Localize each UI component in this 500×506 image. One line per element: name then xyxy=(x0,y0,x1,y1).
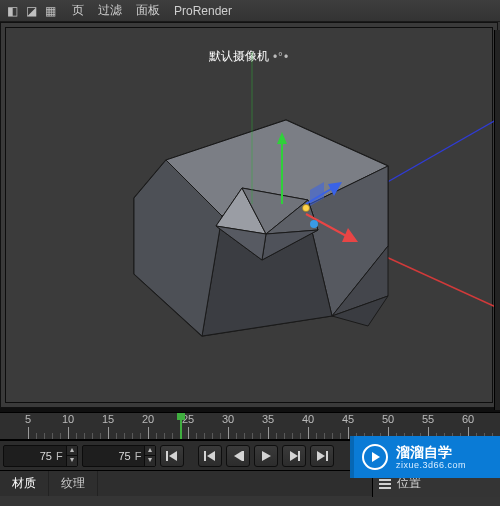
tab-texture[interactable]: 纹理 xyxy=(49,471,98,496)
frame-end-unit: F xyxy=(135,450,145,462)
prev-key-button[interactable] xyxy=(198,445,222,467)
render-settings-icon[interactable]: ▦ xyxy=(42,3,58,19)
timeline: 51015202530354045505560 F ▴▾ F ▴▾ xyxy=(0,408,500,470)
viewport-3d[interactable]: 默认摄像机 •°• xyxy=(0,22,498,408)
svg-rect-33 xyxy=(326,451,328,461)
ruler-label: 10 xyxy=(62,413,74,425)
render-region-icon[interactable]: ◪ xyxy=(23,3,39,19)
viewport-scene xyxy=(6,28,500,406)
svg-rect-25 xyxy=(204,451,206,461)
menu-prorender[interactable]: ProRender xyxy=(168,2,238,20)
frame-start-input[interactable] xyxy=(4,450,56,462)
watermark-play-icon xyxy=(362,444,388,470)
svg-marker-26 xyxy=(207,451,215,461)
transport-bar: F ▴▾ F ▴▾ 溜溜自学 xyxy=(0,440,500,470)
step-fwd-button[interactable] xyxy=(282,445,306,467)
frame-end-spinner[interactable]: ▴▾ xyxy=(144,446,155,466)
mesh-object xyxy=(134,120,388,336)
ruler-label: 20 xyxy=(142,413,154,425)
ruler-label: 55 xyxy=(422,413,434,425)
menubar: ◧ ◪ ▦ 页 过滤 面板 ProRender xyxy=(0,0,500,22)
frame-start-unit: F xyxy=(56,450,66,462)
viewport-inner[interactable]: 默认摄像机 •°• xyxy=(5,27,493,403)
svg-marker-30 xyxy=(290,451,298,461)
svg-rect-31 xyxy=(298,451,300,461)
ruler-label: 30 xyxy=(222,413,234,425)
menu-filter[interactable]: 过滤 xyxy=(92,0,128,21)
menu-page[interactable]: 页 xyxy=(66,0,90,21)
ruler-label: 15 xyxy=(102,413,114,425)
frame-start-spinner[interactable]: ▴▾ xyxy=(66,446,77,466)
next-key-button[interactable] xyxy=(310,445,334,467)
ruler-label: 40 xyxy=(302,413,314,425)
watermark-overlay: 溜溜自学 zixue.3d66.com xyxy=(350,436,500,478)
frame-end-input[interactable] xyxy=(83,450,135,462)
svg-point-21 xyxy=(310,220,318,228)
ruler-label: 35 xyxy=(262,413,274,425)
ruler-label: 60 xyxy=(462,413,474,425)
watermark-title: 溜溜自学 xyxy=(396,444,466,460)
render-icon[interactable]: ◧ xyxy=(4,3,20,19)
frame-end-field[interactable]: F ▴▾ xyxy=(82,445,157,467)
goto-start-button[interactable] xyxy=(160,445,184,467)
menubar-icon-group: ◧ ◪ ▦ xyxy=(4,3,58,19)
ruler-label: 50 xyxy=(382,413,394,425)
svg-point-22 xyxy=(303,205,310,212)
svg-rect-23 xyxy=(166,451,168,461)
frame-start-field[interactable]: F ▴▾ xyxy=(3,445,78,467)
right-toolbar[interactable] xyxy=(494,30,500,410)
svg-rect-28 xyxy=(242,451,244,461)
watermark-subtitle: zixue.3d66.com xyxy=(396,460,466,470)
tab-material[interactable]: 材质 xyxy=(0,471,49,496)
svg-marker-24 xyxy=(169,451,177,461)
svg-marker-27 xyxy=(234,451,242,461)
svg-marker-29 xyxy=(262,451,271,461)
svg-marker-32 xyxy=(317,451,325,461)
ruler-label: 45 xyxy=(342,413,354,425)
play-button[interactable] xyxy=(254,445,278,467)
hamburger-icon[interactable] xyxy=(379,479,391,489)
menu-panel[interactable]: 面板 xyxy=(130,0,166,21)
playhead[interactable] xyxy=(180,413,182,440)
step-back-button[interactable] xyxy=(226,445,250,467)
ruler-label: 5 xyxy=(25,413,31,425)
